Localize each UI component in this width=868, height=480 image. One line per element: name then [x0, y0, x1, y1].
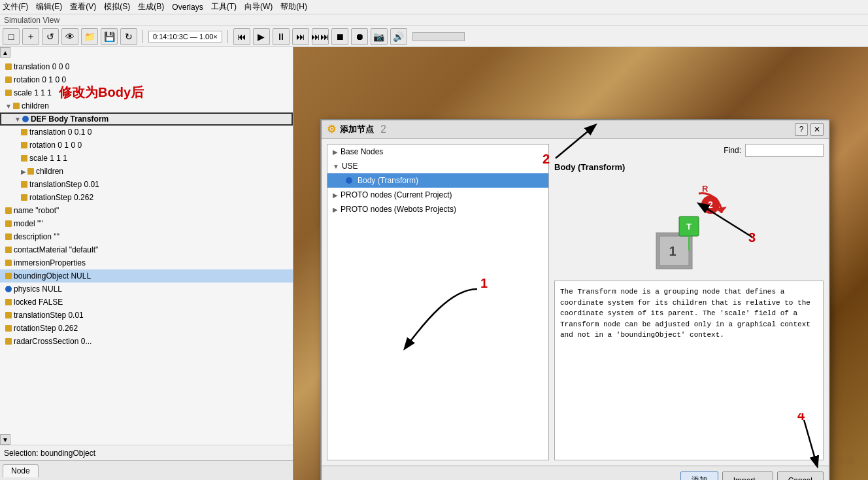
cancel-button[interactable]: Cancel	[777, 471, 824, 480]
tree-item-radar[interactable]: radarCrossSection 0...	[0, 335, 293, 348]
tree-item-scale-root[interactable]: scale 1 1 1 修改为Body后	[0, 86, 293, 99]
menu-wizard[interactable]: 向导(W)	[244, 1, 273, 12]
tree-item-def-body[interactable]: ▼ DEF Body Transform	[0, 112, 293, 126]
node-tab[interactable]: Node	[3, 464, 39, 477]
tree-item-contact[interactable]: contactMaterial "default"	[0, 243, 293, 256]
tree-node-use[interactable]: ▼ USE	[327, 159, 548, 173]
node-detail-panel: Find: Body (Transform) 1	[554, 144, 824, 460]
tree-item-transstep-root[interactable]: translationStep 0.01	[0, 309, 293, 322]
body-transform-label: Body (Transform)	[358, 176, 418, 185]
tree-icon-sq-7	[21, 155, 27, 162]
menu-build[interactable]: 生成(B)	[138, 1, 164, 12]
tree-item-locked[interactable]: locked FALSE	[0, 296, 293, 309]
toolbar-btn-ff[interactable]: ⏭	[292, 28, 309, 45]
tree-icon-sq-11	[5, 207, 12, 214]
tree-icon-sq-5	[21, 129, 27, 135]
tree-icon-sq-12	[5, 220, 12, 227]
tree-item-desc[interactable]: description ""	[0, 230, 293, 243]
body-dot-icon	[346, 177, 352, 184]
scene-tree: translation 0 0 0 rotation 0 1 0 0 scale…	[0, 58, 293, 434]
dialog-body: ▶ Base Nodes ▼ USE Body (Transform)	[322, 139, 829, 466]
collapse-arrow-proto: ▶	[333, 192, 338, 199]
dialog-question-btn[interactable]: ?	[795, 123, 808, 136]
find-input[interactable]	[745, 144, 824, 157]
dialog-title-label: 添加节点	[340, 124, 374, 135]
tree-icon-sq-8	[27, 168, 34, 175]
node-tab-area: Node	[0, 460, 293, 480]
toolbar-btn-play[interactable]: ▶	[253, 28, 270, 45]
tree-item-immersion[interactable]: immersionProperties	[0, 256, 293, 269]
toolbar-btn-view[interactable]: 👁	[61, 28, 78, 45]
add-button[interactable]: 添加	[680, 471, 718, 480]
menu-tools[interactable]: 工具(T)	[211, 1, 237, 12]
tree-icon-sq-6	[21, 142, 27, 148]
toolbar-btn-save[interactable]: 💾	[101, 28, 118, 45]
tree-node-base[interactable]: ▶ Base Nodes	[327, 145, 548, 159]
tree-icon-sq-20	[5, 338, 12, 345]
tree-node-body-transform[interactable]: Body (Transform)	[327, 173, 548, 188]
menu-help[interactable]: 帮助(H)	[280, 1, 307, 12]
toolbar-btn-stop[interactable]: ⏹	[331, 28, 348, 45]
tree-icon-sq-4	[13, 103, 20, 109]
add-node-dialog: ⚙ 添加节点 2 ? ✕ ▶ Base Nodes	[320, 119, 830, 480]
time-display: 0:14:10:3C — 1.00×	[148, 31, 222, 43]
tree-item-rotstep-root[interactable]: rotationStep 0.262	[0, 322, 293, 335]
tree-icon-sq-16	[5, 273, 12, 279]
viewport: ⚙ 添加节点 2 ? ✕ ▶ Base Nodes	[294, 47, 868, 480]
toolbar-btn-record[interactable]: ⏺	[351, 28, 368, 45]
toolbar-btn-open[interactable]: 📁	[81, 28, 98, 45]
tree-item-physics[interactable]: physics NULL	[0, 283, 293, 296]
toolbar-btn-audio[interactable]: 🔊	[390, 28, 407, 45]
toolbar-btn-doc[interactable]: □	[3, 28, 20, 45]
menubar: 文件(F) 编辑(E) 查看(V) 模拟(S) 生成(B) Overlays 工…	[0, 0, 868, 14]
tree-node-proto-current[interactable]: ▶ PROTO nodes (Current Project)	[327, 188, 548, 202]
toolbar-btn-rewind[interactable]: ⏮	[233, 28, 250, 45]
tree-item-translation-root[interactable]: translation 0 0 0	[0, 60, 293, 73]
transform-visual: 1 T 2	[637, 177, 741, 275]
tree-icon-sq-9	[21, 181, 27, 188]
dialog-controls: ? ✕	[795, 123, 824, 136]
collapse-arrow: ▶	[333, 148, 338, 156]
toolbar-btn-add[interactable]: ＋	[22, 28, 39, 45]
dialog-title-text: ⚙ 添加节点 2	[327, 123, 386, 135]
toolbar-btn-pause[interactable]: ⏸	[273, 28, 290, 45]
tree-node-proto-webots[interactable]: ▶ PROTO nodes (Webots Projects)	[327, 202, 548, 216]
expand-arrow-children: ▶	[21, 168, 26, 175]
tree-item-translation-body[interactable]: translation 0 0.1 0	[0, 126, 293, 139]
transform-svg: 1 T 2	[637, 177, 741, 275]
toolbar-btn-fff[interactable]: ⏭⏭	[312, 28, 329, 45]
tree-item-name[interactable]: name "robot"	[0, 204, 293, 217]
toolbar-separator	[142, 30, 143, 43]
scroll-up-btn[interactable]: ▲	[0, 47, 10, 58]
menu-overlays[interactable]: Overlays	[172, 3, 203, 12]
node-selection-tree: ▶ Base Nodes ▼ USE Body (Transform)	[327, 144, 549, 460]
tree-item-rotation-body[interactable]: rotation 0 1 0 0	[0, 139, 293, 152]
main-area: ▲ translation 0 0 0 rotation 0 1 0 0	[0, 47, 868, 480]
tree-icon-sq-2	[5, 77, 12, 83]
menu-edit[interactable]: 编辑(E)	[36, 1, 62, 12]
tree-item-children-body[interactable]: ▶ children	[0, 165, 293, 178]
toolbar: □ ＋ ↺ 👁 📁 💾 ↻ 0:14:10:3C — 1.00× ⏮ ▶ ⏸ ⏭…	[0, 26, 868, 47]
toolbar-btn-refresh[interactable]: ↺	[42, 28, 59, 45]
tree-item-rotstep-body[interactable]: rotationStep 0.262	[0, 191, 293, 204]
menu-view[interactable]: 查看(V)	[70, 1, 96, 12]
dialog-title-icon: ⚙	[327, 123, 336, 135]
dialog-close-btn[interactable]: ✕	[810, 123, 824, 136]
menu-file[interactable]: 文件(F)	[3, 1, 28, 12]
tree-item-rotation-root[interactable]: rotation 0 1 0 0	[0, 73, 293, 86]
tree-item-model[interactable]: model ""	[0, 217, 293, 230]
import-button[interactable]: Import...	[722, 471, 773, 480]
tree-icon-blue-2	[5, 286, 12, 292]
progress-bar	[412, 32, 465, 41]
toolbar-btn-screenshot[interactable]: 📷	[371, 28, 388, 45]
tree-item-transstep-body[interactable]: translationStep 0.01	[0, 178, 293, 191]
dialog-footer: 添加 Import... Cancel	[322, 466, 829, 480]
tree-item-children-root[interactable]: ▼ children	[0, 99, 293, 112]
tree-icon-sq-18	[5, 312, 12, 318]
menu-sim[interactable]: 模拟(S)	[104, 1, 130, 12]
toolbar-btn-reload[interactable]: ↻	[120, 28, 137, 45]
scroll-down-btn[interactable]: ▼	[0, 434, 10, 445]
tree-item-bounding[interactable]: boundingObject NULL	[0, 269, 293, 283]
tree-item-scale-body[interactable]: scale 1 1 1	[0, 152, 293, 165]
svg-text:T: T	[686, 222, 692, 231]
